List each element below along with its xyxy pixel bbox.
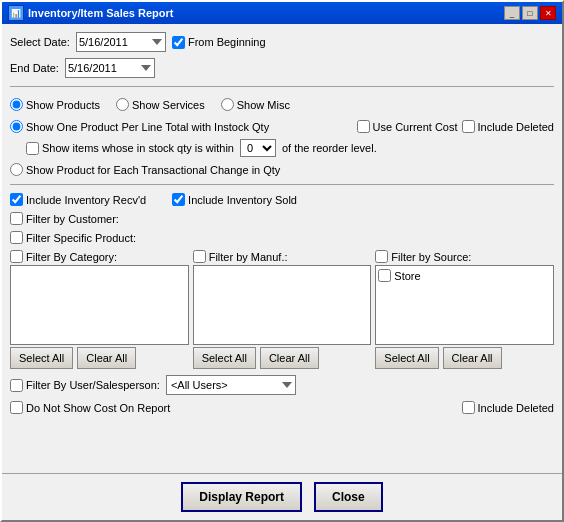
show-type-row: Show Products Show Services Show Misc: [10, 95, 554, 114]
select-date-label: Select Date:: [10, 36, 70, 48]
source-store-checkbox[interactable]: [378, 269, 391, 282]
category-clear-all-button[interactable]: Clear All: [77, 347, 136, 369]
option1-right: Use Current Cost Include Deleted: [357, 120, 554, 133]
end-date-input[interactable]: 5/16/2011: [65, 58, 155, 78]
include-row: Include Inventory Recv'd Include Invento…: [10, 193, 554, 206]
do-not-show-cost-checkbox[interactable]: [10, 401, 23, 414]
select-date-input[interactable]: 5/16/2011: [76, 32, 166, 52]
source-store-label: Store: [394, 270, 420, 282]
filter-product-row: Filter Specific Product:: [10, 231, 554, 244]
filter-manuf-list[interactable]: [193, 265, 372, 345]
close-button-bottom[interactable]: Close: [314, 482, 383, 512]
end-date-row: End Date: 5/16/2011: [10, 58, 554, 78]
close-button[interactable]: ✕: [540, 6, 556, 20]
filter-manuf-buttons: Select All Clear All: [193, 347, 372, 369]
show-misc-label[interactable]: Show Misc: [221, 98, 290, 111]
from-beginning-checkbox-label[interactable]: From Beginning: [172, 36, 266, 49]
filter-user-label[interactable]: Filter By User/Salesperson:: [10, 379, 160, 392]
source-clear-all-button[interactable]: Clear All: [443, 347, 502, 369]
main-content: Select Date: 5/16/2011 From Beginning En…: [2, 24, 562, 473]
option2-radio[interactable]: [10, 163, 23, 176]
window-title: Inventory/Item Sales Report: [28, 7, 174, 19]
filter-customer-row: Filter by Customer:: [10, 212, 554, 225]
include-deleted-2-checkbox[interactable]: [462, 401, 475, 414]
filter-category-header: Filter By Category:: [10, 250, 189, 263]
separator-1: [10, 86, 554, 87]
filter-manuf-col: Filter by Manuf.: Select All Clear All: [193, 250, 372, 369]
cost-row: Do Not Show Cost On Report Include Delet…: [10, 401, 554, 414]
from-beginning-checkbox[interactable]: [172, 36, 185, 49]
filter-category-checkbox[interactable]: [10, 250, 23, 263]
show-services-radio[interactable]: [116, 98, 129, 111]
show-services-label[interactable]: Show Services: [116, 98, 205, 111]
show-items-checkbox[interactable]: [26, 142, 39, 155]
user-select[interactable]: <All Users>: [166, 375, 296, 395]
show-misc-radio[interactable]: [221, 98, 234, 111]
include-deleted-2-label[interactable]: Include Deleted: [462, 401, 554, 414]
select-date-row: Select Date: 5/16/2011 From Beginning: [10, 32, 554, 52]
source-item-store: Store: [378, 268, 551, 283]
filter-source-checkbox[interactable]: [375, 250, 388, 263]
title-bar-left: 📊 Inventory/Item Sales Report: [8, 5, 174, 21]
do-not-show-cost-label[interactable]: Do Not Show Cost On Report: [10, 401, 170, 414]
filter-source-col: Filter by Source: Store Select All Clear…: [375, 250, 554, 369]
manuf-select-all-button[interactable]: Select All: [193, 347, 256, 369]
of-reorder-label: of the reorder level.: [282, 142, 377, 154]
include-recv-label[interactable]: Include Inventory Recv'd: [10, 193, 146, 206]
use-current-cost-label[interactable]: Use Current Cost: [357, 120, 458, 133]
show-items-checkbox-label[interactable]: Show items whose in stock qty is within: [26, 142, 234, 155]
include-deleted-1-label[interactable]: Include Deleted: [462, 120, 554, 133]
include-sold-label[interactable]: Include Inventory Sold: [172, 193, 297, 206]
option1-label[interactable]: Show One Product Per Line Total with Ins…: [10, 120, 269, 133]
filter-product-label[interactable]: Filter Specific Product:: [10, 231, 136, 244]
option1-row: Show One Product Per Line Total with Ins…: [10, 120, 554, 133]
category-select-all-button[interactable]: Select All: [10, 347, 73, 369]
filter-source-buttons: Select All Clear All: [375, 347, 554, 369]
include-deleted-1-checkbox[interactable]: [462, 120, 475, 133]
window-icon: 📊: [8, 5, 24, 21]
option1-radio[interactable]: [10, 120, 23, 133]
option2-row: Show Product for Each Transactional Chan…: [10, 163, 554, 176]
end-date-label: End Date:: [10, 62, 59, 74]
title-bar: 📊 Inventory/Item Sales Report _ □ ✕: [2, 2, 562, 24]
source-select-all-button[interactable]: Select All: [375, 347, 438, 369]
filter-manuf-checkbox[interactable]: [193, 250, 206, 263]
filter-user-checkbox[interactable]: [10, 379, 23, 392]
filter-category-buttons: Select All Clear All: [10, 347, 189, 369]
filter-source-header: Filter by Source:: [375, 250, 554, 263]
filter-manuf-header: Filter by Manuf.:: [193, 250, 372, 263]
maximize-button[interactable]: □: [522, 6, 538, 20]
title-buttons: _ □ ✕: [504, 6, 556, 20]
bottom-bar: Display Report Close: [2, 473, 562, 520]
filter-manuf-label: Filter by Manuf.:: [209, 251, 288, 263]
filter-product-checkbox[interactable]: [10, 231, 23, 244]
filter-category-col: Filter By Category: Select All Clear All: [10, 250, 189, 369]
filter-user-row: Filter By User/Salesperson: <All Users>: [10, 375, 554, 395]
filter-customer-checkbox[interactable]: [10, 212, 23, 225]
filter-category-list[interactable]: [10, 265, 189, 345]
include-sold-checkbox[interactable]: [172, 193, 185, 206]
filter-source-label: Filter by Source:: [391, 251, 471, 263]
show-products-radio[interactable]: [10, 98, 23, 111]
filter-category-label: Filter By Category:: [26, 251, 117, 263]
minimize-button[interactable]: _: [504, 6, 520, 20]
option2-label[interactable]: Show Product for Each Transactional Chan…: [10, 163, 280, 176]
show-products-label[interactable]: Show Products: [10, 98, 100, 111]
display-report-button[interactable]: Display Report: [181, 482, 302, 512]
filter-source-list[interactable]: Store: [375, 265, 554, 345]
use-current-cost-checkbox[interactable]: [357, 120, 370, 133]
manuf-clear-all-button[interactable]: Clear All: [260, 347, 319, 369]
include-recv-checkbox[interactable]: [10, 193, 23, 206]
separator-2: [10, 184, 554, 185]
main-window: 📊 Inventory/Item Sales Report _ □ ✕ Sele…: [0, 0, 564, 522]
reorder-qty-select[interactable]: 0: [240, 139, 276, 157]
filter-columns: Filter By Category: Select All Clear All…: [10, 250, 554, 369]
filter-customer-label[interactable]: Filter by Customer:: [10, 212, 119, 225]
show-items-row: Show items whose in stock qty is within …: [10, 139, 554, 157]
